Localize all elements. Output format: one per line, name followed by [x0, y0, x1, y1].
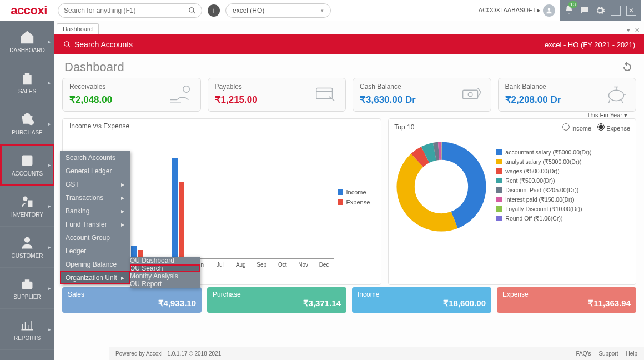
card-label: Receivables	[69, 83, 168, 91]
svg-point-6	[183, 86, 189, 92]
bell-icon[interactable]: 13	[564, 4, 574, 16]
card-bank[interactable]: Bank Balance ₹2,208.00 Dr	[498, 78, 637, 112]
chat-icon[interactable]	[580, 6, 590, 16]
avatar	[543, 4, 555, 17]
search-icon	[188, 7, 196, 14]
search-input[interactable]	[64, 7, 188, 14]
nav-label: INVENTORY	[11, 212, 43, 218]
nav-inventory[interactable]: INVENTORY▸	[0, 186, 54, 227]
submenu-item[interactable]: OU Report	[130, 280, 200, 288]
chevron-down-icon: ▾	[624, 112, 627, 118]
card-label: Payables	[215, 83, 314, 91]
radio-expense[interactable]: Expense	[597, 125, 630, 132]
menu-item[interactable]: Fund Transfer▸	[60, 218, 130, 231]
legend-item: Round Off (₹1.06(Cr))	[496, 215, 591, 222]
footer: Powered by Accoxi - 1.0.1.17 © 2018-2021…	[109, 347, 644, 360]
user-area[interactable]: ACCOXI AABASOFT ▸	[479, 4, 555, 17]
nav-icon	[19, 194, 35, 209]
top10-panel: Top 10 Income Expense accountant salary …	[388, 118, 636, 285]
card-receivables[interactable]: Receivables ₹2,048.00	[62, 78, 201, 112]
summary-cards: Receivables ₹2,048.00 Payables ₹1,215.00…	[54, 78, 644, 112]
gear-icon[interactable]	[595, 6, 605, 16]
menu-item[interactable]: General Ledger	[60, 164, 130, 178]
total-purchase[interactable]: Purchase₹3,371.14	[207, 287, 346, 313]
card-cash[interactable]: Cash Balance ₹3,630.00 Dr	[353, 78, 491, 112]
menu-item[interactable]: Account Group	[60, 231, 130, 244]
footer-link[interactable]: Help	[626, 351, 637, 357]
notification-badge: 13	[568, 1, 577, 8]
bar	[179, 182, 184, 259]
chevron-down-icon: ▾	[321, 8, 324, 13]
legend-item: wages (₹500.00(Dr))	[496, 168, 591, 174]
menu-item[interactable]: Organization Unit▸	[60, 271, 130, 284]
menu-item[interactable]: Banking▸	[60, 204, 130, 218]
total-sales[interactable]: Sales₹4,933.10	[62, 287, 202, 313]
footer-text: Powered by Accoxi - 1.0.1.17 © 2018-2021	[115, 351, 221, 357]
chevron-right-icon: ▸	[48, 39, 51, 44]
tab-dropdown-icon[interactable]: ▾	[627, 27, 630, 34]
quick-add-button[interactable]: +	[208, 4, 220, 17]
menu-item[interactable]: Opening Balance	[60, 258, 130, 271]
chevron-right-icon: ▸	[48, 162, 51, 168]
tab-close-icon[interactable]: ✕	[635, 27, 640, 34]
tab-dashboard[interactable]: Dashboard	[57, 23, 99, 34]
card-payables[interactable]: Payables ₹1,215.00	[208, 78, 346, 112]
piggy-icon	[603, 83, 629, 106]
nav-supplier[interactable]: SUPPLIER▸	[0, 268, 54, 309]
nav-icon	[19, 29, 35, 45]
menu-item[interactable]: GST▸	[60, 178, 130, 191]
legend-item: analyst salary (₹5000.00(Dr))	[496, 158, 591, 165]
svg-point-1	[29, 120, 34, 125]
nav-label: REPORTS	[14, 335, 41, 341]
chevron-right-icon: ▸	[48, 286, 51, 291]
total-expense[interactable]: Expense₹11,363.94	[497, 287, 636, 313]
card-value: ₹2,048.00	[69, 94, 168, 106]
nav-purchase[interactable]: PURCHASE▸	[0, 103, 54, 144]
submenu-item[interactable]: Monthy Analysis	[130, 272, 200, 280]
brand-logo: accoxi	[3, 3, 54, 18]
footer-link[interactable]: Support	[598, 351, 618, 357]
svg-point-0	[548, 8, 551, 11]
nav-icon	[19, 71, 35, 86]
total-income[interactable]: Income₹18,600.00	[352, 287, 491, 313]
refresh-icon[interactable]	[621, 61, 634, 74]
nav-sales[interactable]: SALES▸	[0, 62, 54, 103]
menu-item[interactable]: Transactions▸	[60, 191, 130, 204]
chevron-right-icon: ▸	[121, 274, 124, 282]
nav-customer[interactable]: CUSTOMER▸	[0, 227, 54, 268]
chart-legend: Income Expense	[338, 189, 370, 209]
period-selector[interactable]: This Fin Year ▾	[580, 109, 634, 121]
menu-item[interactable]: Ledger	[60, 244, 130, 258]
menu-item[interactable]: Search Accounts	[60, 151, 130, 164]
minimize-button[interactable]: —	[611, 6, 621, 16]
cash-icon	[459, 83, 484, 106]
chevron-right-icon: ▸	[121, 221, 124, 228]
user-label: ACCOXI AABASOFT ▸	[479, 7, 541, 14]
tabbar: Dashboard ▾ ✕	[54, 21, 644, 34]
nav-dashboard[interactable]: DASHBOARD▸	[0, 21, 54, 62]
footer-link[interactable]: FAQ's	[576, 351, 591, 357]
sidebar: DASHBOARD▸SALES▸PURCHASE▸ACCOUNTS▸INVENT…	[0, 21, 54, 360]
org-selector[interactable]: excel (HO) ▾	[225, 3, 331, 18]
card-label: Bank Balance	[505, 83, 604, 91]
global-search[interactable]	[58, 3, 202, 18]
nav-icon	[19, 276, 35, 292]
nav-label: CUSTOMER	[11, 253, 43, 259]
bar	[172, 158, 178, 258]
donut-chart	[394, 139, 489, 234]
search-icon	[63, 41, 71, 48]
context-search[interactable]: Search Accounts	[74, 40, 133, 49]
hand-coin-icon	[168, 83, 194, 106]
legend-item: Loyalty Discount (₹10.00(Dr))	[496, 206, 591, 212]
submenu-item[interactable]: OU Search	[130, 264, 200, 272]
nav-label: DASHBOARD	[9, 47, 44, 53]
card-value: ₹2,208.00 Dr	[505, 94, 604, 106]
submenu-item[interactable]: OU Dashboard	[130, 257, 200, 264]
nav-label: ACCOUNTS	[12, 171, 43, 177]
close-button[interactable]: ✕	[626, 6, 636, 16]
radio-income[interactable]: Income	[562, 125, 591, 132]
nav-icon	[19, 153, 35, 168]
legend-item: accountant salary (₹5000.00(Dr))	[496, 149, 591, 156]
nav-reports[interactable]: REPORTS▸	[0, 309, 54, 350]
nav-accounts[interactable]: ACCOUNTS▸	[0, 144, 54, 186]
